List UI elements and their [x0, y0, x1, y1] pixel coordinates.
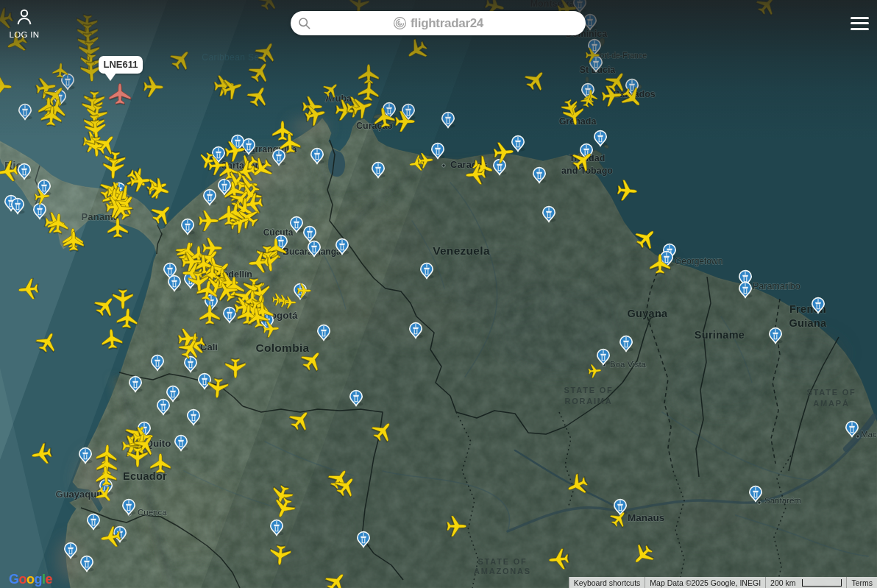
- svg-text:Aruba: Aruba: [325, 93, 352, 104]
- svg-text:Cuenca: Cuenca: [138, 508, 167, 517]
